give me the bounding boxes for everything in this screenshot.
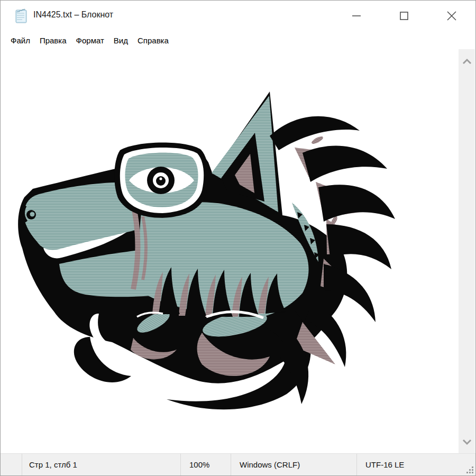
minimize-button[interactable] [333, 1, 380, 31]
status-encoding: UTF-16 LE [356, 454, 476, 475]
menu-item-help[interactable]: Справка [133, 34, 173, 47]
status-bar: Стр 1, стлб 1 100% Windows (CRLF) UTF-16… [1, 453, 475, 475]
status-zoom-level: 100% [180, 454, 231, 475]
window-title: IN4425.txt – Блокнот [33, 10, 113, 20]
resize-grip[interactable] [465, 465, 474, 474]
chevron-down-icon [462, 439, 472, 445]
wolf-glyph-art [6, 89, 398, 413]
menu-item-view[interactable]: Вид [109, 34, 133, 47]
menu-bar: Файл Правка Формат Вид Справка [1, 31, 475, 49]
minimize-icon [351, 10, 362, 22]
notepad-window: IN4425.txt – Блокнот Файл Правка Формат … [0, 0, 476, 476]
close-button[interactable] [428, 1, 475, 31]
vertical-scrollbar[interactable] [459, 49, 475, 454]
title-bar[interactable]: IN4425.txt – Блокнот [1, 1, 475, 31]
close-icon [445, 10, 458, 22]
menu-item-edit[interactable]: Правка [35, 34, 71, 47]
status-cursor-position: Стр 1, стлб 1 [22, 454, 180, 475]
scroll-up-button[interactable] [459, 52, 475, 70]
menu-item-file[interactable]: Файл [6, 34, 35, 47]
text-area[interactable] [1, 49, 460, 454]
chevron-up-icon [462, 58, 472, 65]
scroll-down-button[interactable] [459, 433, 475, 451]
menu-item-format[interactable]: Формат [71, 34, 109, 47]
notepad-icon [14, 8, 28, 24]
status-line-ending: Windows (CRLF) [231, 454, 356, 475]
maximize-button[interactable] [380, 1, 428, 31]
maximize-icon [398, 10, 410, 22]
